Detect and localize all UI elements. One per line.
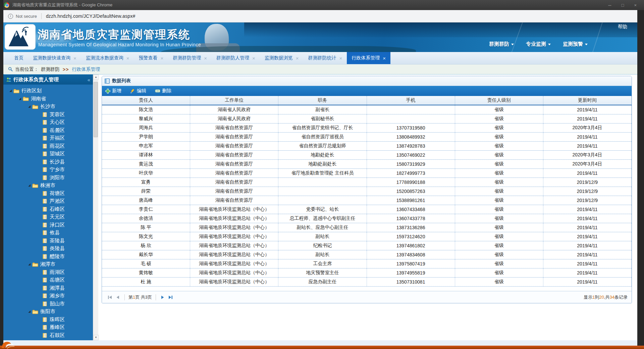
table-row[interactable]: 黄炜敏湖南省地质环境监测总站（中心）地灾预警室主任13974955819省级20…: [102, 268, 632, 278]
column-header-level[interactable]: 责任人级别: [455, 96, 543, 105]
tab-item-5[interactable]: 群测群防人管理×: [212, 52, 260, 64]
tab-close-icon[interactable]: ×: [126, 56, 129, 61]
tree-expand-icon[interactable]: [8, 90, 13, 92]
tab-item-6[interactable]: 监测数据浏览×: [260, 52, 304, 64]
tab-item-1[interactable]: 监测数据快速查询×: [28, 52, 81, 64]
last-page-button[interactable]: [168, 295, 173, 300]
table-row[interactable]: 薛荣湖南省自然资源厅15200857263省级2019/12/9: [102, 187, 632, 196]
table-row[interactable]: 申志军湖南省自然资源厅省自然资源厅总规划师13874928783省级2019/4…: [102, 142, 632, 151]
tree-node-leaf[interactable]: 开福区: [3, 134, 93, 142]
table-row[interactable]: 陈 平湖南省地质环境监测总站（中心）副站长、应急中心副主任13873136286…: [102, 223, 632, 232]
tree-node-leaf[interactable]: 荷塘区: [3, 190, 93, 198]
table-row[interactable]: 宣勇湖南省自然资源厅17788990188省级2019/12/9: [102, 178, 632, 187]
tree-node-leaf[interactable]: 醴陵市: [3, 253, 93, 261]
table-row[interactable]: 李贵仁湖南省地质环境监测总站（中心）党委书记、站长13607433468省级20…: [102, 205, 632, 214]
tree-node-leaf[interactable]: 雁峰区: [3, 323, 93, 332]
tree-node-leaf[interactable]: 长沙县: [3, 158, 93, 166]
tab-item-7[interactable]: 群测群防统计×: [304, 52, 347, 64]
first-page-button[interactable]: [107, 295, 113, 300]
tree-node-leaf[interactable]: 宁乡市: [3, 166, 93, 174]
taskbar-app-icon[interactable]: [1, 340, 16, 349]
add-button[interactable]: 新增: [105, 88, 121, 94]
tab-close-icon[interactable]: ×: [73, 56, 76, 61]
delete-button[interactable]: 删除: [155, 88, 171, 94]
tab-item-8[interactable]: 行政体系管理×: [347, 52, 390, 64]
tab-item-0[interactable]: 首页: [9, 52, 28, 64]
tree-expand-icon[interactable]: [27, 263, 32, 265]
tree-node-leaf[interactable]: 望城区: [3, 150, 93, 158]
table-row[interactable]: 周海兵湖南省自然资源厅省自然资源厅党组书记、厅长13707319580省级202…: [102, 123, 632, 133]
tab-close-icon[interactable]: ×: [383, 56, 386, 61]
tab-item-3[interactable]: 预警查看×: [134, 52, 168, 64]
minimize-button[interactable]: ─: [608, 3, 611, 8]
tree-node-leaf[interactable]: 天心区: [3, 118, 93, 127]
tree-node-leaf[interactable]: 雨花区: [3, 142, 93, 150]
scrollbar-thumb[interactable]: [94, 82, 98, 137]
breadcrumb-current[interactable]: 行政体系管理: [72, 66, 100, 72]
tree-node-leaf[interactable]: 石鼓区: [3, 332, 93, 340]
tree-node-leaf[interactable]: 珠晖区: [3, 316, 93, 324]
tree-node-folder[interactable]: 湘潭市: [3, 260, 93, 268]
tab-close-icon[interactable]: ×: [161, 56, 164, 61]
tab-close-icon[interactable]: ×: [204, 56, 207, 61]
table-row[interactable]: 黎威兴湖南省人民政府省副秘书长省级2019/4/11: [102, 114, 632, 123]
close-button[interactable]: ×: [634, 3, 637, 8]
table-row[interactable]: 叶庆华湖南省自然资源厅省厅地质勘查管理处 主任科员18274999773省级20…: [102, 169, 632, 178]
tree-node-leaf[interactable]: 浏阳市: [3, 174, 93, 182]
scroll-up-icon[interactable]: ▲: [93, 74, 99, 80]
tree-node-leaf[interactable]: 石峰区: [3, 205, 93, 213]
table-row[interactable]: 唐高峰湖南省自然资源厅15388981261省级2019/12/9: [102, 196, 632, 205]
table-row[interactable]: 尹学朗湖南省自然资源厅省自然资源厅巡视员13808489932省级2019/4/…: [102, 133, 632, 142]
tree-node-leaf[interactable]: 芦淞区: [3, 197, 93, 205]
tree-expand-icon[interactable]: [27, 310, 32, 313]
tree-node-leaf[interactable]: 湘潭县: [3, 284, 93, 292]
table-row[interactable]: 戴长华湖南省地质环境监测总站（中心）副站长13974834608省级2019/4…: [102, 250, 632, 259]
column-header-updated[interactable]: 更新时间: [543, 96, 632, 105]
tree-node-folder[interactable]: 行政区划: [3, 87, 93, 95]
tab-close-icon[interactable]: ×: [252, 56, 255, 61]
tree-node-folder[interactable]: 长沙市: [3, 103, 93, 111]
table-row[interactable]: 陈文光湖南省地质环境监测总站（中心）副站长15973124620省级2019/4…: [102, 232, 632, 241]
table-row[interactable]: 余德清湖南省地质环境监测总站（中心）总工程师、遥感中心专职副主任13607433…: [102, 214, 632, 223]
info-icon[interactable]: i: [8, 14, 13, 19]
column-header-unit[interactable]: 工作单位: [190, 96, 278, 105]
tree-node-leaf[interactable]: 岳塘区: [3, 276, 93, 284]
tab-close-icon[interactable]: ×: [296, 56, 299, 61]
prev-page-button[interactable]: [115, 295, 120, 300]
tree-node-leaf[interactable]: 韶山市: [3, 300, 93, 308]
url-text[interactable]: dzzh.hndzhj.com/JCYJ/DefaultNew.aspx#: [46, 13, 136, 19]
header-menu-item-1[interactable]: 专业监测: [526, 41, 551, 47]
tab-close-icon[interactable]: ×: [339, 56, 342, 61]
header-menu-item-2[interactable]: 监测预警: [563, 41, 588, 47]
header-menu-item-0[interactable]: 群测群防: [489, 41, 514, 47]
tree-node-leaf[interactable]: 岳麓区: [3, 127, 93, 135]
column-header-phone[interactable]: 手机: [367, 96, 455, 105]
tree-node-leaf[interactable]: 渌口区: [3, 221, 93, 229]
tree-node-folder[interactable]: 湖南省: [3, 95, 93, 103]
tree-expand-icon[interactable]: [27, 184, 32, 187]
table-row[interactable]: 陈文浩湖南省人民政府副省长省级2019/4/11: [102, 105, 632, 114]
tree-node-leaf[interactable]: 攸县: [3, 229, 93, 237]
column-header-name[interactable]: 责任人: [102, 96, 190, 105]
table-row[interactable]: 杨 欣湖南省地质环境监测总站（中心）纪检书记13974861802省级2019/…: [102, 241, 632, 250]
scroll-down-icon[interactable]: ▼: [93, 335, 99, 340]
next-page-button[interactable]: [160, 295, 165, 300]
tab-item-4[interactable]: 群测群防管理×: [168, 52, 212, 64]
sidebar-collapse-icon[interactable]: «: [88, 77, 90, 83]
tree-node-leaf[interactable]: 茶陵县: [3, 237, 93, 245]
tree-node-leaf[interactable]: 天元区: [3, 213, 93, 221]
edit-button[interactable]: 编辑: [130, 88, 146, 94]
tree-node-leaf[interactable]: 雨湖区: [3, 268, 93, 277]
tree-node-leaf[interactable]: 湘乡市: [3, 292, 93, 300]
tree-node-folder[interactable]: 衡阳市: [3, 308, 93, 316]
maximize-button[interactable]: □: [622, 3, 624, 8]
tree-expand-icon[interactable]: [17, 98, 22, 100]
tree-expand-icon[interactable]: [27, 105, 32, 108]
table-row[interactable]: 杜 施湖南省地质环境监测总站（中心）应急办副主任13507310081省级201…: [102, 278, 632, 287]
table-row[interactable]: 谭译林湖南省自然资源厅地勘处处长13507469022省级2020年3月4日: [102, 151, 632, 160]
tree-node-leaf[interactable]: 芙蓉区: [3, 111, 93, 119]
table-row[interactable]: 毛 硕湖南省地质环境监测总站（中心）工会主席13975807419省级2019/…: [102, 259, 632, 268]
table-row[interactable]: 黄运茂湖南省自然资源厅地勘处副处长15807319929省级2020年3月4日: [102, 160, 632, 169]
sidebar-scrollbar[interactable]: ▲ ▼: [93, 74, 98, 340]
column-header-position[interactable]: 职务: [278, 96, 367, 105]
